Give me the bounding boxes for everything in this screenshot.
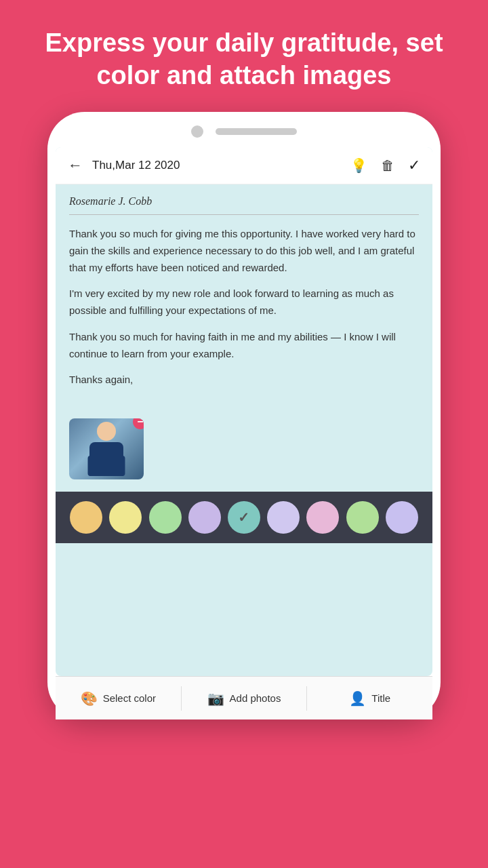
note-paragraph-4: Thanks again,: [69, 372, 419, 389]
check-icon[interactable]: ✓: [408, 157, 420, 174]
color-dot-teal[interactable]: [228, 501, 260, 534]
color-dot-lavender[interactable]: [267, 501, 300, 534]
person-head: [97, 422, 116, 441]
palette-icon: 🎨: [81, 690, 98, 707]
note-paragraph-2: I'm very excited by my new role and look…: [69, 285, 419, 319]
header-icons: 💡 🗑 ✓: [350, 157, 420, 174]
person-figure: [89, 422, 123, 476]
app-header: ← Thu,Mar 12 2020 💡 🗑 ✓: [56, 147, 432, 184]
header-date: Thu,Mar 12 2020: [92, 159, 341, 172]
note-content: Rosemarie J. Cobb Thank you so much for …: [56, 184, 432, 412]
phone-mockup: ← Thu,Mar 12 2020 💡 🗑 ✓ Rosemarie J. Cob…: [0, 105, 488, 719]
note-paragraph-1: Thank you so much for giving me this opp…: [69, 226, 419, 276]
add-photos-label: Add photos: [230, 692, 281, 704]
phone-top-bar: [56, 125, 432, 138]
note-divider: [69, 214, 419, 215]
add-person-icon: 👤: [349, 690, 366, 707]
color-bar: [56, 492, 432, 543]
color-dot-yellow[interactable]: [109, 501, 142, 534]
select-color-label: Select color: [103, 692, 156, 704]
color-dot-pink-light[interactable]: [306, 501, 339, 534]
color-dot-lilac[interactable]: [386, 501, 418, 534]
back-button[interactable]: ←: [68, 157, 83, 174]
title-button[interactable]: 👤 Title: [307, 677, 432, 719]
note-body[interactable]: Thank you so much for giving me this opp…: [69, 226, 419, 389]
note-author: Rosemarie J. Cobb: [69, 195, 419, 208]
camera-icon: 📷: [207, 690, 224, 707]
photo-image: [69, 418, 144, 479]
select-color-button[interactable]: 🎨 Select color: [56, 677, 181, 719]
phone-frame: ← Thu,Mar 12 2020 💡 🗑 ✓ Rosemarie J. Cob…: [47, 112, 441, 719]
delete-icon[interactable]: 🗑: [381, 158, 394, 174]
app-screen: ← Thu,Mar 12 2020 💡 🗑 ✓ Rosemarie J. Cob…: [56, 147, 432, 676]
phone-camera: [191, 125, 203, 138]
color-dot-green[interactable]: [346, 501, 379, 534]
hero-title: Express your daily gratitude, set color …: [0, 0, 488, 105]
color-dot-green-light[interactable]: [149, 501, 182, 534]
phone-speaker: [216, 128, 297, 135]
person-body: [89, 442, 123, 476]
bottom-toolbar: 🎨 Select color 📷 Add photos 👤 Title: [56, 676, 432, 719]
bulb-icon[interactable]: 💡: [350, 157, 367, 174]
note-paragraph-3: Thank you so much for having faith in me…: [69, 329, 419, 363]
color-dot-orange[interactable]: [70, 501, 102, 534]
photo-section: −: [56, 412, 432, 492]
color-dot-purple-light[interactable]: [188, 501, 221, 534]
photo-thumbnail: −: [69, 418, 144, 479]
add-photos-button[interactable]: 📷 Add photos: [182, 677, 307, 719]
title-label: Title: [371, 692, 390, 704]
